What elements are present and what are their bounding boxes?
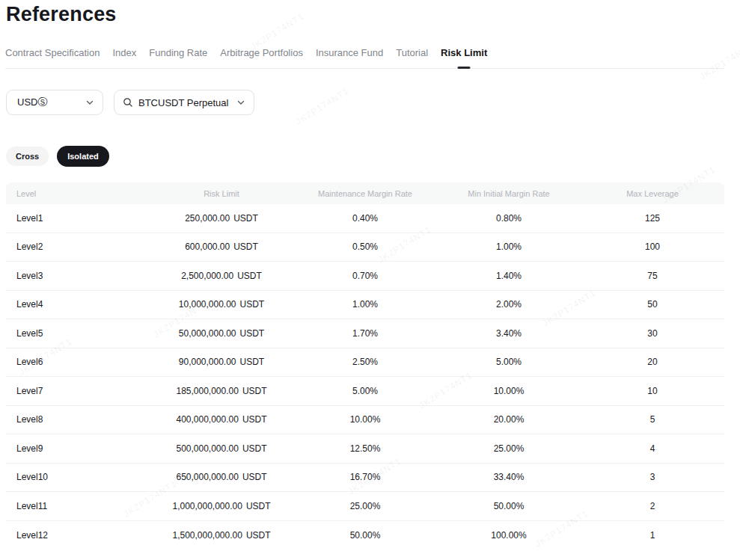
- cell-level: Level10: [6, 472, 150, 482]
- chevron-down-icon: [237, 99, 245, 106]
- tab-arbitrage-portfolios[interactable]: Arbitrage Portfolios: [220, 44, 303, 68]
- cell-risk-limit: 10,000,000.00USDT: [150, 299, 293, 310]
- table-row: Level10650,000,000.00USDT16.70%33.40%3: [6, 464, 724, 493]
- table-row: Level550,000,000.00USDT1.70%3.40%30: [6, 319, 724, 348]
- isolated-button[interactable]: Isolated: [57, 146, 109, 167]
- risk-limit-currency: USDT: [233, 241, 258, 252]
- risk-limit-amount: 500,000,000.00: [176, 443, 238, 454]
- risk-limit-amount: 2,500,000.00: [181, 271, 233, 281]
- table-row: Level690,000,000.00USDT2.50%5.00%20: [6, 348, 724, 378]
- cell-max-leverage: 30: [581, 328, 724, 339]
- cell-min-initial-margin-rate: 5.00%: [437, 357, 581, 367]
- cell-risk-limit: 500,000,000.00USDT: [150, 443, 293, 454]
- tab-contract-specification[interactable]: Contract Specification: [5, 44, 100, 68]
- cell-level: Level1: [6, 213, 150, 224]
- risk-limit-amount: 1,000,000,000.00: [172, 501, 242, 511]
- cell-maintenance-margin-rate: 2.50%: [293, 357, 437, 367]
- cell-max-leverage: 5: [581, 414, 724, 425]
- table-row: Level111,000,000,000.00USDT25.00%50.00%2: [6, 492, 724, 521]
- risk-limit-amount: 400,000,000.00: [176, 414, 238, 425]
- cell-maintenance-margin-rate: 10.00%: [293, 414, 437, 425]
- risk-limit-currency: USDT: [242, 443, 267, 454]
- cell-level: Level12: [6, 530, 150, 541]
- cell-risk-limit: 185,000,000.00USDT: [150, 386, 293, 396]
- risk-limit-currency: USDT: [237, 271, 262, 281]
- contract-value: BTCUSDT Perpetual: [138, 97, 237, 108]
- cell-level: Level7: [6, 386, 150, 396]
- cell-risk-limit: 650,000,000.00USDT: [150, 472, 293, 482]
- cell-max-leverage: 50: [581, 299, 724, 310]
- cell-min-initial-margin-rate: 20.00%: [437, 414, 581, 425]
- cell-maintenance-margin-rate: 0.40%: [293, 213, 437, 224]
- table-row: Level410,000,000.00USDT1.00%2.00%50: [6, 291, 724, 320]
- coin-type-value: USDⓈ: [17, 96, 86, 109]
- tab-tutorial[interactable]: Tutorial: [396, 44, 428, 68]
- cell-risk-limit: 600,000.00USDT: [150, 241, 293, 252]
- risk-limit-currency: USDT: [246, 530, 271, 541]
- risk-limit-currency: USDT: [240, 299, 265, 310]
- risk-limit-currency: USDT: [242, 414, 267, 425]
- column-header-max-leverage: Max Leverage: [581, 189, 724, 198]
- table-body: Level1250,000.00USDT0.40%0.80%125Level26…: [6, 204, 724, 550]
- risk-limit-currency: USDT: [242, 472, 267, 482]
- column-header-maintenance-margin-rate: Maintenance Margin Rate: [293, 189, 437, 198]
- cell-level: Level11: [6, 501, 150, 511]
- table-header: Level Risk Limit Maintenance Margin Rate…: [6, 182, 724, 204]
- cell-maintenance-margin-rate: 1.00%: [293, 299, 437, 310]
- cell-risk-limit: 2,500,000.00USDT: [150, 271, 293, 281]
- cell-maintenance-margin-rate: 25.00%: [293, 501, 437, 511]
- cell-min-initial-margin-rate: 3.40%: [437, 328, 581, 339]
- tab-bar: Contract Specification Index Funding Rat…: [5, 44, 724, 69]
- tab-funding-rate[interactable]: Funding Rate: [149, 44, 207, 68]
- cell-risk-limit: 1,500,000,000.00USDT: [150, 530, 293, 541]
- column-header-min-initial-margin-rate: Min Initial Margin Rate: [437, 189, 581, 198]
- risk-limit-amount: 250,000.00: [185, 213, 230, 224]
- table-row: Level1250,000.00USDT0.40%0.80%125: [6, 204, 724, 233]
- risk-limit-table: Level Risk Limit Maintenance Margin Rate…: [6, 182, 724, 550]
- risk-limit-amount: 1,500,000,000.00: [172, 530, 242, 541]
- cell-max-leverage: 125: [581, 213, 724, 224]
- cell-level: Level2: [6, 241, 150, 252]
- cell-min-initial-margin-rate: 33.40%: [437, 472, 581, 482]
- cell-maintenance-margin-rate: 50.00%: [293, 530, 437, 541]
- cell-level: Level5: [6, 328, 150, 339]
- cell-min-initial-margin-rate: 0.80%: [437, 213, 581, 224]
- cell-max-leverage: 4: [581, 443, 724, 454]
- risk-limit-amount: 10,000,000.00: [179, 299, 236, 310]
- cross-button[interactable]: Cross: [6, 147, 49, 166]
- cell-maintenance-margin-rate: 1.70%: [293, 328, 437, 339]
- cell-min-initial-margin-rate: 25.00%: [437, 443, 581, 454]
- risk-limit-currency: USDT: [242, 386, 267, 396]
- chevron-down-icon: [86, 99, 94, 106]
- contract-select[interactable]: BTCUSDT Perpetual: [114, 90, 254, 115]
- tab-risk-limit[interactable]: Risk Limit: [441, 44, 487, 68]
- coin-type-select[interactable]: USDⓈ: [6, 90, 103, 115]
- risk-limit-amount: 650,000,000.00: [176, 472, 238, 482]
- margin-mode-toggle: Cross Isolated: [6, 146, 740, 167]
- filter-row: USDⓈ BTCUSDT Perpetual: [6, 90, 740, 115]
- cell-risk-limit: 250,000.00USDT: [150, 213, 293, 224]
- cell-level: Level6: [6, 357, 150, 367]
- cell-min-initial-margin-rate: 10.00%: [437, 386, 581, 396]
- cell-level: Level3: [6, 271, 150, 281]
- cell-risk-limit: 400,000,000.00USDT: [150, 414, 293, 425]
- cell-risk-limit: 50,000,000.00USDT: [150, 328, 293, 339]
- cell-level: Level9: [6, 443, 150, 454]
- table-row: Level8400,000,000.00USDT10.00%20.00%5: [6, 406, 724, 435]
- cell-min-initial-margin-rate: 100.00%: [437, 530, 581, 541]
- cell-max-leverage: 20: [581, 357, 724, 367]
- risk-limit-amount: 185,000,000.00: [176, 386, 238, 396]
- cell-max-leverage: 75: [581, 271, 724, 281]
- column-header-risk-limit: Risk Limit: [150, 189, 293, 198]
- tab-index[interactable]: Index: [112, 44, 136, 68]
- cell-max-leverage: 2: [581, 501, 724, 511]
- risk-limit-currency: USDT: [240, 328, 265, 339]
- tab-insurance-fund[interactable]: Insurance Fund: [316, 44, 383, 68]
- cell-max-leverage: 100: [581, 241, 724, 252]
- cell-max-leverage: 10: [581, 386, 724, 396]
- risk-limit-currency: USDT: [246, 501, 271, 511]
- risk-limit-amount: 600,000.00: [185, 241, 230, 252]
- cell-maintenance-margin-rate: 5.00%: [293, 386, 437, 396]
- column-header-level: Level: [6, 189, 150, 198]
- table-row: Level121,500,000,000.00USDT50.00%100.00%…: [6, 521, 724, 550]
